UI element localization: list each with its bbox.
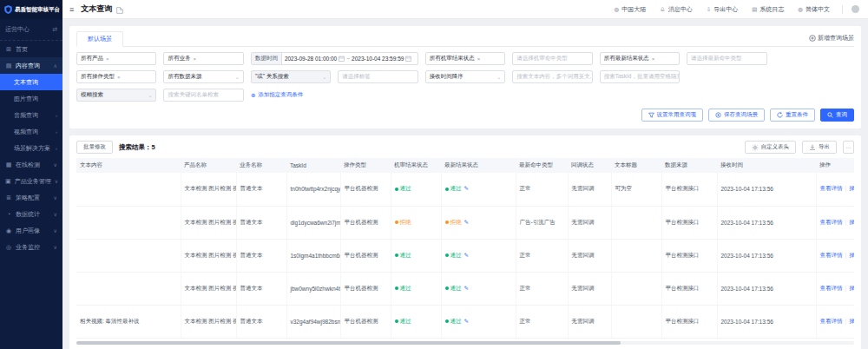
order-select[interactable]: 接收时间降序⌄ [425,70,505,83]
sidebar-item-label: 图片查询 [14,95,38,103]
cell-business: 普通文本 [236,305,286,338]
tab-default-scene[interactable]: 默认场景 [76,31,123,47]
cell-actions: 查看详情|操作记录 [816,272,854,305]
sidebar-item-label: 内容查询 [16,62,40,70]
sidebar-item-数据统计[interactable]: ◔数据统计∨ [0,206,62,222]
tag-value: 所有操作类型 [81,73,115,81]
relation-select[interactable]: "或" 关系搜索⌄ [251,70,331,83]
sidebar-item-在线检测[interactable]: ▦在线检测∨ [0,156,62,173]
table-row: 文本检测 图片检测 视...普通文本jbw0wny5l0zhwkn4tbv...… [76,272,854,305]
cell-time: 2023-10-04 17:13:56 [717,239,816,272]
topnav-label: 简体中文 [806,5,830,14]
sidebar-item-产品业务管理[interactable]: ▣产品业务管理∨ [0,173,62,189]
column-header-business: 业务名称 [236,158,286,173]
sidebar-item-label: 文本查询 [14,78,38,87]
view-detail-link[interactable]: 查看详情 [820,219,843,225]
cell-optype: 平台机器检测 [340,206,391,239]
sidebar-item-用户画像[interactable]: ◉用户画像∨ [0,222,62,239]
product-filter[interactable]: 所有产品× [76,52,156,65]
sidebar-item-业务监控[interactable]: ◎业务监控∨ [0,239,62,255]
guide-icon[interactable] [116,2,123,17]
view-detail-link[interactable]: 查看详情 [820,285,843,291]
cell-source: 平台检测接口 [661,173,717,206]
cell-business: 普通文本 [236,239,286,272]
fuzzy-mode-select[interactable]: 模糊搜索⌄ [76,89,156,102]
workspace-switcher[interactable]: 运营中心 ⇄ [0,19,62,41]
op-type-filter[interactable]: 所有操作类型× [76,70,156,83]
edit-status-icon[interactable]: ✎ [464,285,469,291]
text-content-search[interactable]: 搜索文本内容，多个词用英文... [512,70,592,83]
edit-status-icon[interactable]: ✎ [464,318,469,324]
cell-callback: 无需回调 [568,272,611,305]
save-query-scene-button[interactable]: 保存查询场景 [708,109,765,122]
machine-status-filter[interactable]: 所有机审结果状态× [425,52,505,65]
data-time-range[interactable]: 数据时间2023-09-28 01:00:00~2023-10-04 23:59… [251,52,418,65]
cell-callback: 无需回调 [568,239,611,272]
results-panel: 批量修改 搜索结果：5 自定义表头 导出 ⋯ 文本内容产品名称业务名称 [69,135,861,349]
operation-log-link[interactable]: 操作记录 [849,252,854,258]
add-condition-link[interactable]: ⊕添加指定查询条件 [251,89,418,102]
keyword-search[interactable]: 搜索关键词名单检索 [163,89,243,102]
latest-hit-type-filter[interactable]: 请选择最新命中类型 [687,52,766,65]
sidebar-item-音频查询[interactable]: 音频查询› [0,107,62,123]
topnav-item-0[interactable]: ◍中国大陆 [615,5,647,14]
cell-title [611,206,661,239]
status-text: 通过 [450,185,462,191]
table-header-row: 文本内容产品名称业务名称TaskId操作类型机审结果状态最新结果状态最新命中类型… [76,158,854,173]
action-divider: | [845,252,847,258]
topnav-item-3[interactable]: ▤系统日志 [752,5,784,14]
business-filter[interactable]: 所有业务× [163,52,243,65]
collapse-sidebar-icon[interactable]: ≡ [69,5,74,14]
operation-log-link[interactable]: 操作记录 [849,318,854,324]
more-columns-button[interactable]: ⋯ [843,141,854,154]
batch-edit-button[interactable]: 批量修改 [76,141,113,154]
sidebar-item-视频查询[interactable]: 视频查询› [0,123,62,140]
sidebar-item-图片查询[interactable]: 图片查询 [0,90,62,107]
add-scene-link[interactable]: 新增查询场景 [809,34,854,46]
input-placeholder: 搜索关键词名单检索 [168,91,219,99]
topnav-item-2[interactable]: ⇩导出中心 [707,5,738,14]
sidebar-item-label: 视频查询 [14,128,38,136]
view-detail-link[interactable]: 查看详情 [820,185,843,191]
machine-hit-type-filter[interactable]: 请选择机审命中类型 [512,52,592,65]
reset-button[interactable]: 重置条件 [770,109,815,122]
plus-circle-icon [809,35,816,42]
operation-log-link[interactable]: 操作记录 [849,185,854,191]
sidebar-item-策略配置[interactable]: ≣策略配置∨ [0,189,62,206]
action-divider: | [845,318,847,324]
cell-business: 普通文本 [236,272,286,305]
customize-columns-button[interactable]: 自定义表头 [745,141,797,154]
gear-icon [752,144,759,151]
set-common-query-button[interactable]: 设置常用查询项 [641,109,704,122]
latest-status-filter[interactable]: 所有最新结果状态× [600,52,680,65]
taskid-search[interactable]: 搜索TaskId，批量请用空格隔开 [600,70,680,83]
edit-status-icon[interactable]: ✎ [464,219,469,225]
export-icon: ⇩ [707,6,711,13]
shield-logo-icon [4,5,12,14]
sidebar-item-内容查询[interactable]: ▤内容查询∧ [0,57,62,74]
view-detail-link[interactable]: 查看详情 [820,252,843,258]
avatar[interactable] [852,5,859,13]
cell-hit: 正常 [516,272,568,305]
sidebar-item-首页[interactable]: ⊞首页 [0,41,62,57]
operation-log-link[interactable]: 操作记录 [849,219,854,225]
sidebar-item-label: 音频查询 [14,111,38,120]
tag-filter-input[interactable]: 请选择标签 [338,70,418,83]
view-detail-link[interactable]: 查看详情 [820,318,843,324]
topnav-item-1[interactable]: 🕭消息中心 [660,5,693,14]
search-button[interactable]: 查询 [820,109,854,122]
status-dot-icon [445,188,449,191]
data-source-select[interactable]: 所有数据来源⌄ [163,70,243,83]
cell-title [611,305,661,338]
topnav-item-4[interactable]: ◍简体中文 [798,5,830,14]
horizontal-scrollbar-thumb[interactable] [76,341,621,345]
export-button[interactable]: 导出 [802,141,837,154]
status-dot-icon [395,286,398,290]
operation-log-link[interactable]: 操作记录 [849,285,854,291]
sidebar-item-场景解决方案[interactable]: 场景解决方案› [0,140,62,156]
edit-status-icon[interactable]: ✎ [464,252,469,258]
chevron-icon: ∨ [54,194,57,201]
sidebar-item-文本查询[interactable]: 文本查询 [0,74,62,90]
topnav: ◍中国大陆🕭消息中心⇩导出中心▤系统日志◍简体中文 [615,5,830,14]
edit-status-icon[interactable]: ✎ [464,185,469,191]
